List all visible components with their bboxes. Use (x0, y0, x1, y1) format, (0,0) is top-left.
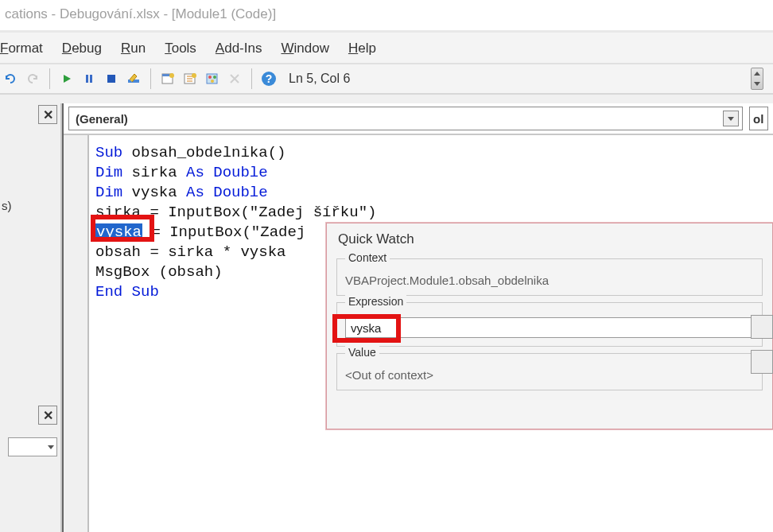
toolbar-overflow[interactable] (751, 68, 763, 90)
context-value: VBAProject.Module1.obsah_obdelnika (345, 274, 754, 287)
dialog-buttons (751, 315, 773, 385)
svg-point-11 (213, 76, 216, 79)
expression-label: Expression (345, 295, 406, 308)
menu-window[interactable]: Window (281, 41, 328, 56)
side-panel-label: s) (2, 199, 12, 212)
menu-bar: Format Debug Run Tools Add-Ins Window He… (0, 33, 773, 64)
chevron-down-icon (48, 445, 54, 449)
svg-point-8 (192, 73, 196, 78)
svg-point-6 (169, 73, 174, 78)
help-button[interactable]: ? (258, 68, 279, 89)
side-panel-dropdown[interactable] (8, 437, 57, 456)
properties-window-button[interactable] (180, 68, 200, 89)
value-group: Value <Out of context> (336, 353, 763, 390)
design-mode-button[interactable] (123, 68, 144, 89)
close-panel-button-2[interactable]: ✕ (38, 406, 57, 425)
chevron-down-icon (754, 82, 760, 86)
side-panel: ✕ s) ✕ (0, 103, 62, 532)
code-window: (General) ol Sub obsah_obdelnika() Dim s… (62, 103, 773, 532)
redo-button[interactable] (22, 68, 43, 89)
window-title: cations - Debugování.xlsx - [Module1 (Co… (5, 6, 276, 21)
menu-help[interactable]: Help (348, 41, 376, 56)
procedure-combo[interactable]: ol (749, 107, 768, 130)
menu-addins[interactable]: Add-Ins (216, 41, 262, 56)
quick-watch-dialog: Quick Watch Context VBAProject.Module1.o… (326, 223, 773, 429)
svg-rect-1 (90, 75, 92, 83)
run-button[interactable] (56, 68, 77, 89)
svg-point-12 (211, 80, 214, 83)
margin-indicator-bar[interactable] (64, 135, 89, 532)
svg-rect-0 (86, 75, 88, 83)
svg-point-10 (208, 76, 212, 79)
menu-tools[interactable]: Tools (165, 41, 196, 56)
menu-run[interactable]: Run (121, 41, 146, 56)
value-label: Value (345, 346, 379, 359)
dialog-button-2[interactable] (751, 350, 773, 374)
project-explorer-button[interactable] (157, 68, 178, 89)
toolbox-button[interactable] (224, 68, 245, 89)
selected-text: vyska (95, 223, 142, 241)
object-proc-bar: (General) ol (64, 103, 773, 135)
menu-format[interactable]: Format (0, 41, 43, 56)
cursor-position: Ln 5, Col 6 (289, 72, 350, 86)
svg-rect-2 (107, 75, 115, 83)
undo-button[interactable] (0, 68, 21, 89)
svg-text:?: ? (266, 72, 273, 85)
expression-input[interactable] (345, 317, 754, 338)
context-group: Context VBAProject.Module1.obsah_obdelni… (336, 258, 763, 296)
toolbar: ? Ln 5, Col 6 (0, 64, 773, 95)
dialog-title: Quick Watch (327, 223, 772, 252)
pause-button[interactable] (79, 68, 99, 89)
procedure-combo-value: ol (753, 112, 763, 126)
object-combo[interactable]: (General) (68, 107, 743, 130)
menu-debug[interactable]: Debug (62, 41, 102, 56)
object-browser-button[interactable] (202, 68, 223, 89)
chevron-up-icon (754, 72, 760, 76)
value-value: <Out of context> (345, 368, 754, 382)
close-panel-button[interactable]: ✕ (38, 105, 57, 124)
object-combo-value: (General) (76, 112, 128, 126)
context-label: Context (345, 251, 390, 264)
expression-group: Expression (336, 302, 763, 347)
chevron-down-icon (723, 111, 739, 126)
dialog-button-1[interactable] (751, 315, 773, 339)
stop-button[interactable] (101, 68, 122, 89)
title-bar: cations - Debugování.xlsx - [Module1 (Co… (0, 0, 773, 33)
